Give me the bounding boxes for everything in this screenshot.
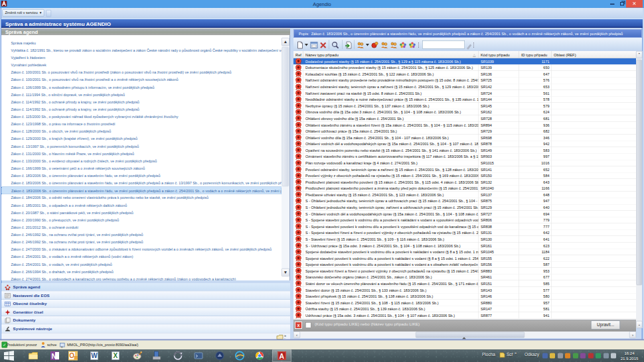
svg-text:O: O xyxy=(69,352,74,359)
svg-text:A: A xyxy=(280,352,285,360)
svg-text:e: e xyxy=(238,353,240,359)
svg-text:W: W xyxy=(91,352,98,359)
svg-text:N: N xyxy=(52,352,57,360)
svg-text:X: X xyxy=(114,352,118,359)
